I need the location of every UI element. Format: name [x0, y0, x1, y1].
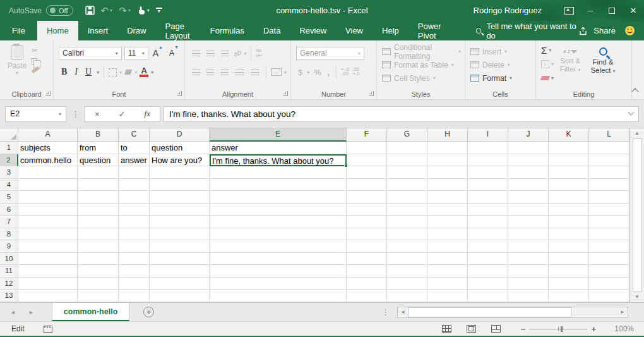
cell-G10[interactable]	[387, 253, 427, 266]
italic-button[interactable]: I	[72, 67, 80, 77]
cell-A1[interactable]: subjects	[18, 142, 78, 154]
cell-I11[interactable]	[468, 265, 508, 278]
scroll-up-icon[interactable]: ▲	[635, 130, 640, 137]
cell-J7[interactable]	[508, 216, 549, 228]
cell-J1[interactable]	[508, 142, 549, 154]
cell-C2[interactable]: answer	[119, 154, 150, 167]
column-header-J[interactable]: J	[508, 128, 549, 142]
enter-button[interactable]: ✓	[119, 109, 126, 119]
cell-D6[interactable]	[150, 204, 210, 216]
decrease-decimal-button[interactable]: .00→.0	[352, 68, 360, 77]
cell-E2[interactable]: I'm fine, thanks. What about you?	[210, 154, 347, 167]
currency-dropdown-icon[interactable]: ▾	[307, 70, 309, 75]
cell-D10[interactable]	[150, 253, 210, 266]
tab-page-layout[interactable]: Page Layout	[156, 21, 201, 40]
scroll-right-icon[interactable]: ►	[617, 309, 628, 315]
row-header-8[interactable]: 8	[0, 228, 18, 241]
percent-button[interactable]: %	[312, 68, 323, 77]
row-header-2[interactable]: 2	[0, 154, 18, 167]
cell-E11[interactable]	[210, 265, 347, 278]
borders-dropdown-icon[interactable]: ▾	[119, 70, 122, 75]
align-right-icon[interactable]	[220, 70, 229, 75]
cell-A13[interactable]	[18, 290, 78, 302]
cancel-entry-button[interactable]: ×	[95, 109, 100, 119]
align-middle-icon[interactable]	[206, 51, 215, 56]
cell-K12[interactable]	[549, 278, 589, 290]
formula-input[interactable]: I'm fine, thanks. What about you?	[164, 106, 639, 122]
cell-G3[interactable]	[387, 166, 427, 179]
cell-K10[interactable]	[549, 253, 589, 266]
cell-F7[interactable]	[347, 216, 387, 228]
formula-bar-divider-icon[interactable]: ⋮	[71, 109, 80, 119]
column-header-F[interactable]: F	[347, 128, 387, 142]
cell-D13[interactable]	[150, 290, 210, 302]
cell-A7[interactable]	[18, 216, 78, 228]
tab-draw[interactable]: Draw	[117, 21, 155, 40]
paste-dropdown-icon[interactable]: ▾	[16, 70, 18, 76]
conditional-formatting-button[interactable]: Conditional Formatting▾	[382, 45, 461, 58]
tab-help[interactable]: Help	[373, 21, 408, 40]
cell-C12[interactable]	[119, 278, 150, 290]
align-center-icon[interactable]	[206, 70, 215, 75]
cell-D8[interactable]	[150, 228, 210, 241]
cell-I10[interactable]	[468, 253, 508, 266]
cell-C3[interactable]	[119, 166, 150, 179]
cell-B5[interactable]	[78, 191, 119, 204]
cell-C6[interactable]	[119, 204, 150, 216]
cell-L5[interactable]	[589, 191, 629, 204]
cell-B7[interactable]	[78, 216, 119, 228]
cell-C4[interactable]	[119, 179, 150, 192]
cell-J10[interactable]	[508, 253, 549, 266]
cell-B8[interactable]	[78, 228, 119, 241]
page-layout-view-button[interactable]	[467, 325, 476, 333]
user-name[interactable]: Rodrigo Rodriguez	[474, 6, 542, 15]
ribbon-display-options-button[interactable]	[558, 0, 580, 21]
cell-B11[interactable]	[78, 265, 119, 278]
cell-D12[interactable]	[150, 278, 210, 290]
cell-K1[interactable]	[549, 142, 589, 154]
increase-indent-icon[interactable]	[251, 70, 260, 75]
cell-C9[interactable]	[119, 240, 150, 253]
previous-sheet-icon[interactable]: ◄	[10, 309, 16, 316]
cell-I8[interactable]	[468, 228, 508, 241]
column-header-L[interactable]: L	[589, 128, 629, 142]
format-painter-button[interactable]	[32, 68, 41, 71]
fill-button[interactable]: ↓▾	[541, 58, 554, 70]
undo-button[interactable]: ↶▾	[99, 4, 115, 18]
font-color-dropdown-icon[interactable]: ▾	[151, 70, 153, 75]
name-box[interactable]: E2▾	[5, 106, 66, 122]
cell-E5[interactable]	[210, 191, 347, 204]
cell-E12[interactable]	[210, 278, 347, 290]
cell-E9[interactable]	[210, 240, 347, 253]
row-header-11[interactable]: 11	[0, 265, 18, 278]
cell-J13[interactable]	[508, 290, 549, 302]
vertical-scrollbar[interactable]: ▲ ▼	[629, 128, 644, 302]
cell-B1[interactable]: from	[78, 142, 119, 154]
cell-K4[interactable]	[549, 179, 589, 192]
cell-I6[interactable]	[468, 204, 508, 216]
cell-B3[interactable]	[78, 166, 119, 179]
cell-L12[interactable]	[589, 278, 629, 290]
cell-A11[interactable]	[18, 265, 78, 278]
autosave-toggle[interactable]: AutoSave Off	[9, 5, 73, 16]
align-left-icon[interactable]	[192, 70, 200, 75]
cell-L4[interactable]	[589, 179, 629, 192]
cell-L6[interactable]	[589, 204, 629, 216]
scroll-left-icon[interactable]: ◄	[398, 309, 408, 315]
paste-button[interactable]: Paste ▾	[5, 45, 29, 76]
font-size-select[interactable]: 11▾	[124, 47, 148, 60]
minimize-button[interactable]: ─	[580, 0, 601, 21]
cell-H9[interactable]	[427, 240, 468, 253]
orientation-dropdown-icon[interactable]: ▾	[244, 51, 246, 56]
next-sheet-icon[interactable]: ►	[28, 309, 34, 316]
cell-H4[interactable]	[427, 179, 468, 192]
row-header-7[interactable]: 7	[0, 216, 18, 228]
feedback-button[interactable]	[624, 21, 635, 40]
zoom-level[interactable]: 100%	[605, 324, 634, 333]
cell-D11[interactable]	[150, 265, 210, 278]
cell-K13[interactable]	[549, 290, 589, 302]
font-dialog-launcher-icon[interactable]	[177, 91, 182, 96]
cell-E4[interactable]	[210, 179, 347, 192]
cell-C8[interactable]	[119, 228, 150, 241]
cell-C13[interactable]	[119, 290, 150, 302]
